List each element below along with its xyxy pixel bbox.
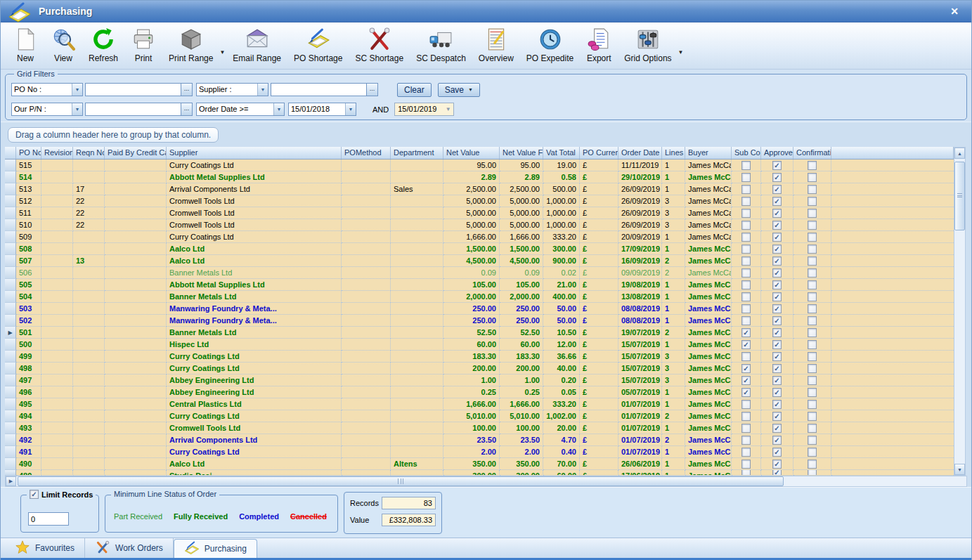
- table-row-po-495[interactable]: 495Central Plastics Ltd1,666.001,666.003…: [5, 398, 954, 410]
- close-icon[interactable]: ✕: [945, 4, 964, 18]
- approved-checkbox[interactable]: ✓: [772, 388, 782, 397]
- toolbar-button-po-expedite[interactable]: PO Expedite: [520, 25, 580, 65]
- confirmation-checkbox[interactable]: [808, 328, 817, 337]
- po-no-filter-input[interactable]: [85, 83, 181, 96]
- table-row-po-502[interactable]: 502Manwaring Foundry & Meta...250.00250.…: [5, 315, 954, 327]
- scroll-right-icon[interactable]: ▶: [6, 476, 16, 486]
- subcon-checkbox[interactable]: ✓: [741, 328, 751, 337]
- approved-checkbox[interactable]: ✓: [772, 448, 782, 457]
- table-row-po-511[interactable]: 51122Cromwell Tools Ltd5,000.005,000.001…: [5, 207, 954, 219]
- subcon-checkbox[interactable]: [741, 352, 751, 361]
- confirmation-checkbox[interactable]: [808, 460, 817, 469]
- column-header-buyer[interactable]: Buyer: [685, 147, 732, 159]
- table-row-po-494[interactable]: 494Curry Coatings Ltd5,010.005,010.001,0…: [5, 410, 954, 422]
- row-selector-cell[interactable]: [5, 363, 16, 375]
- confirmation-checkbox[interactable]: [808, 340, 817, 349]
- chevron-down-icon[interactable]: ▼: [273, 103, 284, 115]
- chevron-down-icon[interactable]: ▼: [257, 84, 268, 96]
- toolbar-button-view[interactable]: View: [44, 25, 82, 65]
- table-row-po-515[interactable]: 515Curry Coatings Ltd95.0095.0019.00£11/…: [5, 159, 954, 171]
- confirmation-checkbox[interactable]: [808, 436, 817, 445]
- subcon-checkbox[interactable]: [741, 161, 751, 170]
- subcon-checkbox[interactable]: [741, 197, 751, 206]
- row-selector-cell[interactable]: [5, 207, 16, 219]
- row-selector-cell[interactable]: [5, 243, 16, 255]
- approved-checkbox[interactable]: ✓: [772, 412, 782, 421]
- confirmation-checkbox[interactable]: [808, 173, 817, 182]
- confirmation-checkbox[interactable]: [808, 256, 817, 266]
- column-header-net-value-fc[interactable]: Net Value FC: [500, 147, 543, 159]
- subcon-checkbox[interactable]: [741, 233, 751, 242]
- current-row-indicator-icon[interactable]: ▶: [5, 327, 16, 339]
- approved-checkbox[interactable]: ✓: [772, 340, 782, 349]
- confirmation-checkbox[interactable]: [808, 185, 817, 194]
- row-selector-cell[interactable]: [5, 315, 16, 327]
- chevron-down-icon[interactable]: ▼: [72, 103, 82, 115]
- row-selector-cell[interactable]: [5, 375, 16, 386]
- table-row-po-492[interactable]: 492Arrival Components Ltd23.5023.504.70£…: [5, 434, 954, 446]
- table-row-po-491[interactable]: 491Curry Coatings Ltd2.002.000.40£01/07/…: [5, 446, 954, 458]
- table-row-po-490[interactable]: 490Aalco LtdAltens350.00350.0070.00£26/0…: [5, 458, 954, 470]
- supplier-lookup-button[interactable]: ...: [367, 83, 378, 96]
- tab-favourites[interactable]: Favourites: [5, 538, 85, 558]
- subcon-checkbox[interactable]: [741, 280, 751, 289]
- subcon-checkbox[interactable]: ✓: [741, 388, 751, 397]
- subcon-checkbox[interactable]: ✓: [741, 364, 751, 373]
- approved-checkbox[interactable]: ✓: [772, 197, 782, 206]
- approved-checkbox[interactable]: ✓: [772, 316, 782, 325]
- table-row-po-493[interactable]: 493Cromwell Tools Ltd100.00100.0020.00£0…: [5, 422, 954, 434]
- toolbar-button-export[interactable]: Export: [580, 25, 618, 65]
- save-button[interactable]: Save ▼: [438, 83, 480, 97]
- subcon-checkbox[interactable]: [741, 316, 751, 325]
- confirmation-checkbox[interactable]: [808, 364, 817, 373]
- approved-checkbox[interactable]: ✓: [772, 304, 782, 313]
- row-selector-cell[interactable]: [5, 279, 16, 291]
- table-row-po-507[interactable]: 50713Aalco Ltd4,500.004,500.00900.00£16/…: [5, 255, 954, 267]
- table-row-po-512[interactable]: 51222Cromwell Tools Ltd5,000.005,000.001…: [5, 195, 954, 207]
- column-header-supplier[interactable]: Supplier: [167, 147, 342, 159]
- approved-checkbox[interactable]: ✓: [772, 436, 782, 445]
- toolbar-button-refresh[interactable]: Refresh: [82, 25, 124, 65]
- row-selector-cell[interactable]: [5, 219, 16, 231]
- column-header-paid-by-credit-card-[interactable]: Paid By Credit Card*: [105, 147, 167, 159]
- confirmation-checkbox[interactable]: [808, 161, 817, 170]
- table-row-po-501[interactable]: ▶501Banner Metals Ltd52.5052.5010.50£19/…: [5, 327, 954, 339]
- confirmation-checkbox[interactable]: [808, 221, 817, 230]
- our-pn-lookup-button[interactable]: ...: [181, 103, 193, 116]
- table-row-po-508[interactable]: 508Aalco Ltd1,500.001,500.00300.00£17/09…: [5, 243, 954, 255]
- table-row-po-503[interactable]: 503Manwaring Foundry & Meta...250.00250.…: [5, 303, 954, 315]
- toolbar-button-grid-options[interactable]: Grid Options: [618, 25, 678, 65]
- approved-checkbox[interactable]: ✓: [772, 424, 782, 433]
- subcon-checkbox[interactable]: [741, 185, 751, 194]
- table-row-po-504[interactable]: 504Banner Metals Ltd2,000.002,000.00400.…: [5, 291, 954, 303]
- approved-checkbox[interactable]: ✓: [772, 185, 782, 194]
- approved-checkbox[interactable]: ✓: [772, 280, 782, 289]
- column-header-reqn-no[interactable]: Reqn No: [73, 147, 105, 159]
- subcon-checkbox[interactable]: [741, 436, 751, 445]
- approved-checkbox[interactable]: ✓: [772, 256, 782, 266]
- chevron-down-icon[interactable]: ▼: [72, 84, 82, 96]
- supplier-filter-select[interactable]: Supplier : ▼: [196, 83, 268, 96]
- confirmation-checkbox[interactable]: [808, 197, 817, 206]
- row-selector-cell[interactable]: [5, 195, 16, 207]
- confirmation-checkbox[interactable]: [808, 400, 817, 409]
- row-selector-cell[interactable]: [5, 267, 16, 279]
- horizontal-scrollbar-thumb[interactable]: [18, 476, 784, 486]
- confirmation-checkbox[interactable]: [808, 233, 817, 242]
- subcon-checkbox[interactable]: [741, 268, 751, 278]
- confirmation-checkbox[interactable]: [808, 448, 817, 457]
- confirmation-checkbox[interactable]: [808, 352, 817, 361]
- our-pn-filter-select[interactable]: Our P/N : ▼: [11, 103, 83, 116]
- column-header-pomethod[interactable]: POMethod: [342, 147, 391, 159]
- supplier-filter-input[interactable]: [271, 83, 367, 96]
- chevron-down-icon[interactable]: ▼: [219, 39, 226, 56]
- po-no-lookup-button[interactable]: ...: [181, 83, 193, 96]
- approved-checkbox[interactable]: ✓: [772, 221, 782, 230]
- table-row-po-499[interactable]: 499Curry Coatings Ltd183.30183.3036.66£1…: [5, 351, 954, 363]
- approved-checkbox[interactable]: ✓: [772, 209, 782, 218]
- row-selector-cell[interactable]: [5, 255, 16, 267]
- row-selector-cell[interactable]: [5, 446, 16, 458]
- column-header-confirmation[interactable]: Confirmation: [793, 147, 831, 159]
- vertical-scrollbar-thumb[interactable]: [954, 162, 965, 230]
- tab-work-orders[interactable]: Work Orders: [85, 538, 174, 558]
